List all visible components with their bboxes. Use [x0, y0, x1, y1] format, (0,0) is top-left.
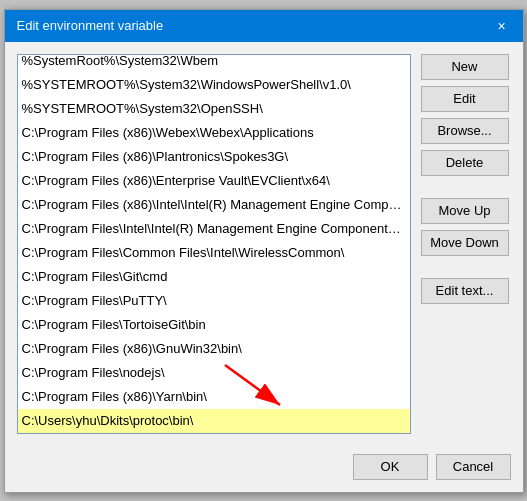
list-item[interactable]: C:\Program Files\Git\cmd: [18, 265, 410, 289]
dialog-body: %JAVA_HOME%\bin%SystemRoot%\system32%Sys…: [5, 42, 523, 446]
close-button[interactable]: ×: [493, 17, 511, 35]
list-item[interactable]: C:\Program Files (x86)\Plantronics\Spoke…: [18, 145, 410, 169]
list-item[interactable]: C:\Program Files (x86)\Webex\Webex\Appli…: [18, 121, 410, 145]
list-item[interactable]: C:\Program Files (x86)\Intel\Intel(R) Ma…: [18, 193, 410, 217]
list-item[interactable]: C:\Program Files (x86)\Enterprise Vault\…: [18, 169, 410, 193]
move-up-button[interactable]: Move Up: [421, 198, 509, 224]
list-item[interactable]: C:\Program Files (x86)\Yarn\bin\: [18, 385, 410, 409]
list-item[interactable]: %SYSTEMROOT%\System32\WindowsPowerShell\…: [18, 73, 410, 97]
list-item[interactable]: C:\Program Files\TortoiseGit\bin: [18, 313, 410, 337]
list-item[interactable]: C:\Program Files\Common Files\Intel\Wire…: [18, 241, 410, 265]
move-down-button[interactable]: Move Down: [421, 230, 509, 256]
edit-text-button[interactable]: Edit text...: [421, 278, 509, 304]
env-var-list[interactable]: %JAVA_HOME%\bin%SystemRoot%\system32%Sys…: [17, 54, 411, 434]
new-button[interactable]: New: [421, 54, 509, 80]
list-item[interactable]: C:\Program Files\nodejs\: [18, 361, 410, 385]
list-item[interactable]: C:\Program Files\PuTTY\: [18, 289, 410, 313]
edit-env-var-dialog: Edit environment variable × %JAVA_HOME%\…: [4, 9, 524, 493]
list-item[interactable]: C:\Users\yhu\Dkits\protoc\bin\: [18, 409, 410, 433]
delete-button[interactable]: Delete: [421, 150, 509, 176]
dialog-title: Edit environment variable: [17, 18, 164, 33]
list-item[interactable]: C:\Program Files (x86)\GnuWin32\bin\: [18, 337, 410, 361]
buttons-column: New Edit Browse... Delete Move Up Move D…: [421, 54, 511, 434]
list-item[interactable]: %SYSTEMROOT%\System32\OpenSSH\: [18, 97, 410, 121]
browse-button[interactable]: Browse...: [421, 118, 509, 144]
cancel-button[interactable]: Cancel: [436, 454, 511, 480]
title-bar: Edit environment variable ×: [5, 10, 523, 42]
ok-button[interactable]: OK: [353, 454, 428, 480]
list-item[interactable]: C:\Program Files\Intel\Intel(R) Manageme…: [18, 217, 410, 241]
list-item[interactable]: %SystemRoot%\System32\Wbem: [18, 54, 410, 73]
dialog-footer: OK Cancel: [5, 446, 523, 492]
edit-button[interactable]: Edit: [421, 86, 509, 112]
